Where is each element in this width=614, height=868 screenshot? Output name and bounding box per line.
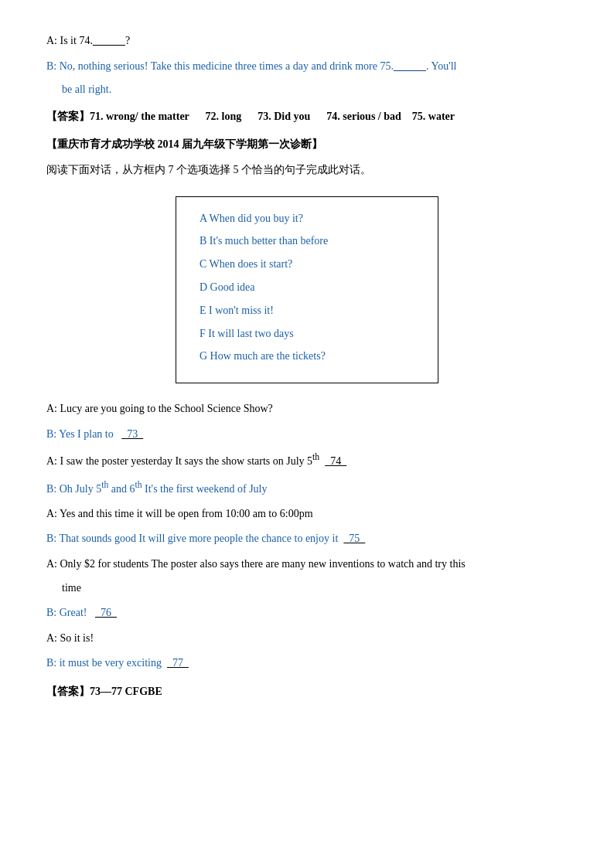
line-b1: B: No, nothing serious! Take this medici…: [46, 56, 568, 100]
option-g: G How much are the tickets?: [200, 347, 414, 366]
dialog-a1: A: Lucy are you going to the School Scie…: [46, 399, 568, 420]
dialog-b4: B: Great! 76: [46, 603, 568, 624]
dialog-a2: A: I saw the poster yesterday It says th…: [46, 449, 568, 471]
option-box: A When did you buy it? B It's much bette…: [176, 196, 438, 384]
sup-6th: th: [135, 480, 142, 490]
dialog-a5: A: So it is!: [46, 628, 568, 649]
line-a1: A: Is it 74.______?: [46, 31, 568, 52]
option-box-container: A When did you buy it? B It's much bette…: [46, 196, 568, 384]
page-content: A: Is it 74.______? B: No, nothing serio…: [46, 31, 568, 703]
option-e: E I won't miss it!: [200, 301, 414, 320]
option-f: F It will last two days: [200, 325, 414, 343]
school-header: 【重庆市育才成功学校 2014 届九年级下学期第一次诊断】: [46, 134, 568, 155]
instruction: 阅读下面对话，从方框内 7 个选项选择 5 个恰当的句子完成此对话。: [46, 160, 568, 181]
dialog-b2: B: Oh July 5th and 6th It's the first we…: [46, 477, 568, 499]
dialog-b1: B: Yes I plan to 73: [46, 424, 568, 445]
sup-5th: th: [312, 452, 319, 462]
sup-5th-2: th: [101, 480, 108, 490]
dialog-a3: A: Yes and this time it will be open fro…: [46, 504, 568, 525]
dialog-b5: B: it must be very exciting 77: [46, 653, 568, 674]
dialog-a4: A: Only $2 for students The poster also …: [46, 554, 568, 598]
option-b: B It's much better than before: [200, 232, 414, 250]
answer-1: 【答案】71. wrong/ the matter 72. long 73. D…: [46, 107, 568, 128]
option-a: A When did you buy it?: [200, 209, 414, 228]
option-d: D Good idea: [200, 278, 414, 297]
option-c: C When does it start?: [200, 255, 414, 274]
answer-2: 【答案】73—77 CFGBE: [46, 682, 568, 703]
dialog-b3: B: That sounds good It will give more pe…: [46, 529, 568, 550]
